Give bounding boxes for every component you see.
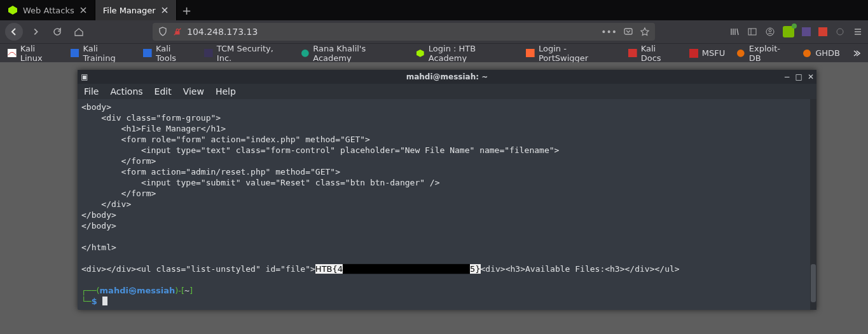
burp-extension-icon[interactable] bbox=[783, 26, 794, 37]
svg-point-20 bbox=[737, 49, 745, 57]
htb-cube-icon bbox=[8, 5, 18, 15]
svg-point-21 bbox=[803, 50, 811, 57]
kali-icon bbox=[71, 49, 79, 58]
svg-rect-12 bbox=[71, 49, 79, 58]
svg-rect-13 bbox=[143, 49, 152, 58]
shield-icon[interactable] bbox=[158, 27, 168, 37]
portswigger-icon bbox=[526, 49, 535, 58]
svg-point-10 bbox=[837, 29, 843, 35]
url-text: 104.248.173.13:30289/index.php bbox=[187, 27, 258, 37]
insecure-icon[interactable] bbox=[173, 27, 182, 36]
terminal-title: mahdi@messiah: ~ bbox=[78, 72, 816, 81]
close-icon[interactable] bbox=[161, 6, 169, 14]
extension-icon[interactable] bbox=[835, 27, 845, 37]
close-icon[interactable] bbox=[79, 6, 87, 14]
terminal-titlebar[interactable]: ▣ mahdi@messiah: ~ − □ ✕ bbox=[78, 70, 816, 84]
tcm-icon bbox=[204, 49, 213, 58]
bookmark-exploit-db[interactable]: Exploit-DB bbox=[736, 44, 791, 63]
extension-icon[interactable] bbox=[818, 27, 827, 36]
bookmark-htb[interactable]: Login : HTB Academy bbox=[416, 44, 514, 63]
svg-point-7 bbox=[769, 29, 771, 32]
tab-label: File Manager bbox=[103, 6, 156, 15]
rk-icon bbox=[301, 49, 310, 58]
svg-rect-19 bbox=[689, 49, 698, 58]
sidebar-icon[interactable] bbox=[747, 27, 757, 37]
terminal-window[interactable]: ▣ mahdi@messiah: ~ − □ ✕ File Actions Ed… bbox=[78, 70, 816, 310]
bookmarks-overflow-icon[interactable] bbox=[851, 49, 860, 58]
close-icon[interactable]: ✕ bbox=[808, 72, 814, 81]
svg-rect-8 bbox=[802, 27, 811, 36]
svg-marker-0 bbox=[8, 6, 17, 15]
ghdb-icon bbox=[803, 49, 811, 58]
bookmark-tcm[interactable]: TCM Security, Inc. bbox=[204, 44, 289, 63]
account-icon[interactable] bbox=[765, 27, 775, 37]
browser-nav-toolbar: 104.248.173.13:30289/index.php ••• bbox=[0, 20, 868, 43]
svg-rect-4 bbox=[748, 29, 756, 35]
menu-file[interactable]: File bbox=[84, 86, 99, 97]
menu-help[interactable]: Help bbox=[216, 86, 236, 97]
new-tab-button[interactable]: + bbox=[177, 0, 197, 20]
pocket-icon[interactable] bbox=[623, 27, 633, 37]
menu-icon[interactable] bbox=[853, 27, 863, 37]
bookmark-kali-training[interactable]: Kali Training bbox=[71, 44, 132, 63]
bookmark-msfu[interactable]: MSFU bbox=[689, 48, 725, 58]
library-icon[interactable] bbox=[729, 27, 740, 37]
reload-button[interactable] bbox=[48, 23, 66, 41]
kali-icon bbox=[8, 49, 17, 58]
kali-icon bbox=[628, 49, 637, 58]
menu-edit[interactable]: Edit bbox=[155, 86, 172, 97]
browser-tabbar: Web Attacks File Manager + bbox=[0, 0, 868, 20]
extension-icon[interactable] bbox=[802, 27, 811, 36]
kali-icon bbox=[143, 49, 152, 58]
menu-actions[interactable]: Actions bbox=[110, 86, 142, 97]
metasploit-icon bbox=[689, 49, 698, 58]
bookmark-kali-docs[interactable]: Kali Docs bbox=[628, 44, 678, 63]
maximize-icon[interactable]: □ bbox=[796, 72, 803, 81]
terminal-menubar: File Actions Edit View Help bbox=[78, 84, 816, 99]
scrollbar[interactable] bbox=[810, 99, 816, 310]
bookmark-rana-khalil[interactable]: Rana Khalil's Academy bbox=[301, 44, 405, 63]
bookmarks-bar: Kali Linux Kali Training Kali Tools TCM … bbox=[0, 43, 868, 62]
tab-web-attacks[interactable]: Web Attacks bbox=[0, 0, 95, 20]
forward-button[interactable] bbox=[27, 23, 45, 41]
svg-rect-11 bbox=[8, 49, 17, 58]
svg-rect-3 bbox=[624, 29, 632, 34]
htb-cube-icon bbox=[416, 49, 425, 58]
bookmark-star-icon[interactable] bbox=[640, 27, 650, 37]
bookmark-kali-linux[interactable]: Kali Linux bbox=[8, 44, 59, 63]
bookmark-portswigger[interactable]: Login - PortSwigger bbox=[526, 44, 617, 63]
svg-rect-18 bbox=[628, 49, 637, 58]
bookmark-kali-tools[interactable]: Kali Tools bbox=[143, 44, 193, 63]
svg-rect-14 bbox=[204, 49, 213, 58]
exploitdb-icon bbox=[736, 49, 745, 58]
svg-marker-16 bbox=[417, 49, 424, 57]
menu-view[interactable]: View bbox=[183, 86, 204, 97]
home-button[interactable] bbox=[70, 23, 88, 41]
minimize-icon[interactable]: − bbox=[784, 72, 790, 81]
terminal-body[interactable]: <body> <div class="form-group"> <h1>File… bbox=[78, 99, 816, 310]
svg-rect-9 bbox=[818, 27, 827, 36]
page-actions-icon[interactable]: ••• bbox=[601, 27, 617, 37]
bookmark-ghdb[interactable]: GHDB bbox=[803, 48, 840, 58]
back-button[interactable] bbox=[5, 23, 23, 41]
tab-label: Web Attacks bbox=[23, 6, 74, 15]
svg-rect-17 bbox=[526, 49, 535, 58]
toolbar-extensions bbox=[729, 26, 863, 37]
url-bar[interactable]: 104.248.173.13:30289/index.php ••• bbox=[153, 23, 655, 41]
svg-point-15 bbox=[301, 49, 309, 57]
tab-file-manager[interactable]: File Manager bbox=[95, 0, 177, 20]
